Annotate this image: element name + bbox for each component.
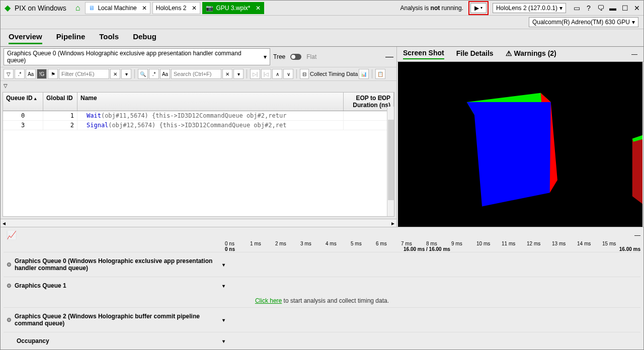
- chevron-down-icon: ▾: [264, 53, 267, 60]
- flag-icon[interactable]: ⚑: [48, 69, 58, 79]
- gear-icon[interactable]: ⚙: [7, 317, 12, 323]
- tab-file-details[interactable]: File Details: [456, 49, 494, 59]
- chevron-down-icon: ▾: [632, 19, 635, 26]
- horizontal-scrollbar[interactable]: ◂ ▸: [1, 219, 396, 227]
- chevron-down-icon[interactable]: ▾: [222, 283, 225, 289]
- case-icon[interactable]: Aa: [26, 69, 36, 79]
- header-queue-id[interactable]: Queue ID ▴: [3, 93, 43, 111]
- scroll-left-icon[interactable]: ◂: [1, 220, 8, 227]
- layout-icon[interactable]: ▭: [572, 4, 581, 12]
- play-button-highlight: ▶ ▾: [468, 1, 489, 15]
- timeline-pane: 📈 — 0 ns1 ms2 ms3 ms4 ms5 ms6 ms7 ms8 ms…: [1, 227, 643, 350]
- up-icon[interactable]: ∧: [272, 69, 282, 79]
- regex-icon[interactable]: .*: [149, 69, 159, 79]
- tab-warnings[interactable]: ⚠ Warnings (2): [506, 49, 556, 59]
- invert-icon[interactable]: !G: [37, 69, 47, 79]
- feedback-icon[interactable]: 🗨: [596, 4, 605, 12]
- timing-icon[interactable]: ⊟: [300, 69, 309, 79]
- tab-local-machine[interactable]: 🖥 Local Machine ✕: [85, 2, 150, 14]
- vertical-scrollbar[interactable]: [387, 107, 394, 216]
- tree-label: Tree: [273, 53, 285, 60]
- tab-debug[interactable]: Debug: [133, 32, 156, 44]
- play-icon: ▶: [474, 5, 479, 12]
- search-input[interactable]: [171, 69, 221, 79]
- monitor-icon: 🖥: [89, 5, 95, 12]
- header-name[interactable]: Name: [77, 93, 344, 111]
- event-table: ✎ Queue ID ▴ Global ID Name EOP to EOP D…: [3, 92, 394, 217]
- collect-timing-label[interactable]: Collect Timing Data: [310, 71, 358, 77]
- tab-hololens[interactable]: HoloLens 2 ✕: [152, 2, 200, 14]
- case-icon[interactable]: Aa: [160, 69, 170, 79]
- time-sub-ruler: 0 ns 16.00 ms / 16.00 ms 16.00 ms: [225, 246, 640, 252]
- close-icon[interactable]: ✕: [142, 5, 147, 12]
- queue-dropdown[interactable]: Graphics Queue 0 (Windows Holographic ex…: [4, 48, 270, 65]
- time-ruler: 0 ns1 ms2 ms3 ms4 ms5 ms6 ms7 ms8 ms9 ms…: [225, 241, 640, 246]
- tab-gpu-capture[interactable]: 📷 GPU 3.wpix* ✕: [202, 2, 264, 14]
- header-eop[interactable]: EOP to EOP Duration (ns): [344, 93, 394, 111]
- collapse-icon[interactable]: —: [631, 51, 637, 58]
- help-icon[interactable]: ?: [584, 4, 593, 12]
- window-controls: ▭ ? 🗨 ▬ ☐ ✕: [572, 4, 641, 12]
- svg-marker-3: [632, 135, 642, 204]
- events-pane: Graphics Queue 0 (Windows Holographic ex…: [1, 47, 397, 227]
- tab-label: GPU 3.wpix*: [216, 5, 251, 12]
- tree-flat-toggle[interactable]: [290, 54, 301, 60]
- expand-icon[interactable]: ▽: [4, 83, 8, 89]
- chart-icon[interactable]: 📈: [7, 230, 17, 240]
- tab-overview[interactable]: Overview: [9, 32, 42, 44]
- regex-icon[interactable]: .*: [15, 69, 25, 79]
- header-global-id[interactable]: Global ID: [43, 93, 77, 111]
- clear-search-icon[interactable]: ✕: [222, 69, 232, 79]
- warning-icon: ⚠: [506, 49, 512, 57]
- edit-icon[interactable]: ✎: [380, 95, 385, 102]
- gear-icon[interactable]: ⚙: [7, 261, 12, 268]
- tab-screenshot[interactable]: Screen Shot: [403, 49, 444, 59]
- chevron-down-icon: ▾: [559, 5, 562, 12]
- timeline-occupancy[interactable]: Occupancy ▾: [4, 332, 640, 349]
- step-out-icon[interactable]: ▷|: [250, 69, 260, 79]
- title-bar: ◆ PIX on Windows ⌂ 🖥 Local Machine ✕ Hol…: [1, 1, 643, 16]
- camera-icon: 📷: [206, 5, 213, 12]
- timeline-queue-1[interactable]: ⚙ Graphics Queue 1 ▾: [4, 277, 640, 294]
- close-icon[interactable]: ✕: [256, 5, 261, 12]
- app-logo-icon: ◆: [5, 3, 11, 13]
- gear-icon[interactable]: ⚙: [7, 283, 12, 289]
- home-icon[interactable]: ⌂: [75, 4, 80, 13]
- chevron-down-icon[interactable]: ▾: [121, 69, 131, 79]
- filter-icon[interactable]: ▽: [4, 69, 14, 79]
- table-row[interactable]: 3 2 Signal(obj#12,5674) {this->ID3D12Com…: [3, 121, 394, 130]
- screenshot-view[interactable]: [398, 62, 642, 227]
- table-row[interactable]: 0 1 Wait(obj#11,5674) {this->ID3D12Comma…: [3, 111, 394, 121]
- chevron-down-icon[interactable]: ▾: [222, 338, 225, 344]
- chevron-down-icon: ▾: [480, 6, 482, 10]
- step-back-icon[interactable]: |◁: [261, 69, 271, 79]
- tab-pipeline[interactable]: Pipeline: [56, 32, 86, 44]
- collapse-icon[interactable]: —: [385, 52, 393, 61]
- preview-pane: Screen Shot File Details ⚠ Warnings (2) …: [397, 47, 643, 227]
- timeline-queue-2[interactable]: ⚙ Graphics Queue 2 (Windows Holographic …: [4, 307, 640, 332]
- filter-input[interactable]: [59, 69, 109, 79]
- chevron-down-icon[interactable]: ▾: [222, 317, 225, 323]
- search-icon[interactable]: 🔍: [138, 69, 148, 79]
- scroll-right-icon[interactable]: ▸: [389, 220, 396, 227]
- play-button[interactable]: ▶ ▾: [470, 3, 487, 13]
- chevron-down-icon[interactable]: ▾: [222, 262, 225, 268]
- collapse-icon[interactable]: —: [634, 232, 640, 239]
- close-window-icon[interactable]: ✕: [632, 4, 641, 12]
- start-analysis-link[interactable]: Click here: [255, 297, 282, 304]
- timeline-queue-0[interactable]: ⚙ Graphics Queue 0 (Windows Holographic …: [4, 252, 640, 277]
- chevron-down-icon[interactable]: ▾: [233, 69, 244, 79]
- app-title: PIX on Windows: [15, 4, 66, 12]
- gpu-select-row: Qualcomm(R) Adreno(TM) 630 GPU ▾: [1, 16, 643, 29]
- minimize-icon[interactable]: ▬: [608, 4, 617, 12]
- chart-icon[interactable]: 📊: [359, 69, 369, 79]
- tab-label: HoloLens 2: [156, 5, 187, 12]
- device-dropdown[interactable]: HoloLens 2 (127.0.0.1) ▾: [493, 3, 566, 13]
- down-icon[interactable]: ∨: [283, 69, 293, 79]
- clear-filter-icon[interactable]: ✕: [110, 69, 120, 79]
- clipboard-icon[interactable]: 📋: [375, 69, 385, 79]
- close-icon[interactable]: ✕: [192, 5, 197, 12]
- tab-tools[interactable]: Tools: [99, 32, 119, 44]
- gpu-dropdown[interactable]: Qualcomm(R) Adreno(TM) 630 GPU ▾: [529, 17, 638, 27]
- maximize-icon[interactable]: ☐: [620, 4, 629, 12]
